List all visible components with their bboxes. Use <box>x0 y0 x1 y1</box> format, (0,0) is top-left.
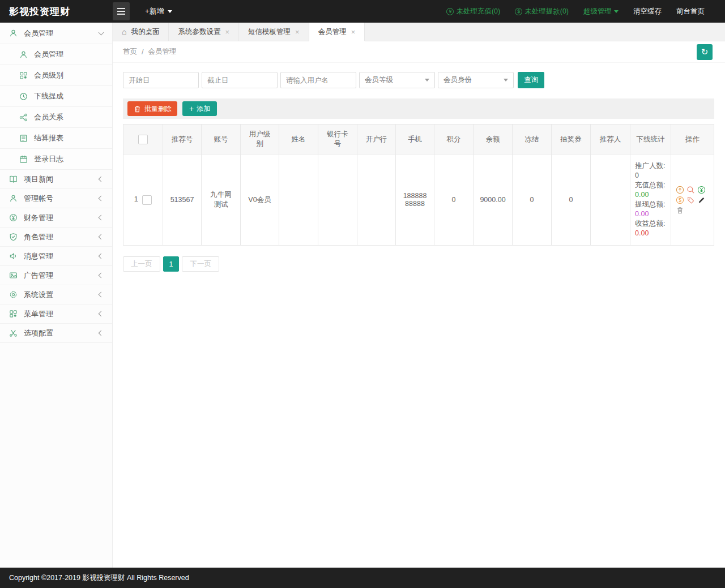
table-row: 1 513567 九牛网测试 V0会员 18888888888 0 9000.0… <box>123 154 714 246</box>
new-create-menu[interactable]: +新增 <box>145 0 172 23</box>
member-level-select[interactable]: 会员等级 <box>359 72 435 88</box>
calendar-icon <box>19 155 28 164</box>
cell-bank-card <box>318 154 357 246</box>
view-details-icon[interactable] <box>686 186 695 194</box>
grid-icon <box>9 310 18 318</box>
deduct-icon[interactable] <box>676 196 684 204</box>
chevron-left-icon <box>99 273 104 278</box>
breadcrumb-bar: 首页 / 会员管理 ↻ <box>113 41 725 63</box>
caret-down-icon <box>504 79 508 81</box>
close-icon[interactable]: × <box>225 28 229 36</box>
upgrade-icon[interactable] <box>676 186 684 194</box>
cell-user-level: V0会员 <box>241 154 279 246</box>
member-identity-select[interactable]: 会员身份 <box>438 72 514 88</box>
edit-icon[interactable] <box>697 196 706 204</box>
tab-my-desktop[interactable]: ⌂ 我的桌面 <box>113 23 169 41</box>
speaker-icon <box>9 252 18 260</box>
footer-bar: Copyright ©2017-2019 影视投资理财 All Rights R… <box>0 568 725 588</box>
copyright-text: Copyright ©2017-2019 影视投资理财 All Rights R… <box>9 573 189 583</box>
sidebar-item-system-settings[interactable]: 系统设置 <box>0 285 112 304</box>
chevron-left-icon <box>99 311 104 317</box>
sidebar-item-member-level[interactable]: 会员级别 <box>0 65 112 86</box>
cell-phone: 18888888888 <box>396 154 434 246</box>
user-icon <box>19 50 28 59</box>
sidebar-toggle-button[interactable] <box>113 2 130 20</box>
member-table-wrap: 推荐号 账号 用户级别 姓名 银行卡号 开户行 手机 积分 余额 冻结 抽奖券 … <box>123 124 714 246</box>
col-frozen: 冻结 <box>513 125 552 154</box>
sidebar-item-message-management[interactable]: 消息管理 <box>0 247 112 266</box>
breadcrumb-current: 会员管理 <box>148 47 176 57</box>
chevron-left-icon <box>99 331 104 336</box>
prev-page-button[interactable]: 上一页 <box>123 256 160 272</box>
sidebar-item-downline-commission[interactable]: 下线提成 <box>0 86 112 107</box>
gear-icon <box>9 290 18 299</box>
cell-actions <box>671 154 714 246</box>
delete-icon[interactable] <box>676 206 684 214</box>
sidebar-item-menu-management[interactable]: 菜单管理 <box>0 304 112 324</box>
col-actions: 操作 <box>671 125 714 154</box>
sidebar-group-member-management[interactable]: 会员管理 <box>0 23 112 44</box>
table-header-row: 推荐号 账号 用户级别 姓名 银行卡号 开户行 手机 积分 余额 冻结 抽奖券 … <box>123 125 714 154</box>
end-date-input[interactable] <box>202 72 278 88</box>
cell-bank <box>357 154 396 246</box>
chevron-left-icon <box>99 292 104 298</box>
scissors-icon <box>9 329 18 337</box>
close-icon[interactable]: × <box>351 28 356 36</box>
cell-downline-stats: 推广人数:0 充值总额:0.00 提现总额:0.00 收益总额:0.00 <box>630 154 671 246</box>
col-bank: 开户行 <box>357 125 396 154</box>
chevron-left-icon <box>99 177 104 182</box>
main-content: ⌂ 我的桌面 系统参数设置 × 短信模板管理 × 会员管理 × 首页 / 会员管… <box>113 23 725 568</box>
sidebar-item-settlement-report[interactable]: 结算报表 <box>0 128 112 149</box>
search-button[interactable]: 查询 <box>518 72 544 88</box>
sidebar-item-finance-management[interactable]: 财务管理 <box>0 208 112 228</box>
page-1-button[interactable]: 1 <box>163 256 180 272</box>
cell-balance: 9000.00 <box>474 154 513 246</box>
sidebar-item-admin-accounts[interactable]: 管理帐号 <box>0 189 112 208</box>
col-lottery: 抽奖券 <box>552 125 591 154</box>
report-icon <box>19 134 28 143</box>
breadcrumb-home[interactable]: 首页 <box>123 47 137 57</box>
tag-icon[interactable] <box>686 196 695 204</box>
username-input[interactable] <box>280 72 356 88</box>
pending-recharge-link[interactable]: ¥ 未处理充值(0) <box>446 7 500 16</box>
yen-circle-icon: ¥ <box>446 8 454 15</box>
member-table: 推荐号 账号 用户级别 姓名 银行卡号 开户行 手机 积分 余额 冻结 抽奖券 … <box>123 124 714 246</box>
sidebar-item-role-management[interactable]: 角色管理 <box>0 228 112 247</box>
tab-member-management[interactable]: 会员管理 × <box>309 23 365 41</box>
plus-icon: + <box>189 104 194 113</box>
front-home-link[interactable]: 前台首页 <box>676 7 705 16</box>
close-icon[interactable]: × <box>295 28 300 36</box>
chevron-left-icon <box>99 215 104 221</box>
sidebar-item-member-management[interactable]: 会员管理 <box>0 44 112 65</box>
caret-down-icon <box>614 10 619 13</box>
user-icon <box>9 194 18 203</box>
chevron-left-icon <box>99 234 104 240</box>
pending-withdraw-link[interactable]: $ 未处理提款(0) <box>515 7 569 16</box>
cell-account: 九牛网测试 <box>202 154 241 246</box>
clear-cache-link[interactable]: 清空缓存 <box>633 7 662 16</box>
admin-app: 影视投资理财 +新增 ¥ 未处理充值(0) $ 未处理提款(0) 超级管理 清空… <box>0 0 725 588</box>
col-referrer: 推荐人 <box>591 125 630 154</box>
super-admin-menu[interactable]: 超级管理 <box>583 7 619 16</box>
sidebar-item-ad-management[interactable]: 广告管理 <box>0 266 112 285</box>
tab-sms-template[interactable]: 短信模板管理 × <box>239 23 309 41</box>
col-downline-stats: 下线统计 <box>630 125 671 154</box>
add-button[interactable]: + 添加 <box>182 101 217 116</box>
sidebar-item-option-config[interactable]: 选项配置 <box>0 324 112 343</box>
recharge-icon[interactable] <box>697 186 706 194</box>
cell-referrer <box>591 154 630 246</box>
col-phone: 手机 <box>396 125 434 154</box>
sidebar-item-member-relation[interactable]: 会员关系 <box>0 107 112 128</box>
share-icon <box>19 113 28 122</box>
start-date-input[interactable] <box>123 72 199 88</box>
row-checkbox[interactable] <box>142 195 152 205</box>
next-page-button[interactable]: 下一页 <box>182 256 219 272</box>
sidebar-item-project-news[interactable]: 项目新闻 <box>0 170 112 189</box>
filter-row: 会员等级 会员身份 查询 <box>123 72 715 88</box>
refresh-button[interactable]: ↻ <box>697 44 713 60</box>
tab-system-params[interactable]: 系统参数设置 × <box>169 23 239 41</box>
shield-check-icon <box>9 233 18 241</box>
sidebar-item-login-log[interactable]: 登录日志 <box>0 149 112 170</box>
select-all-checkbox[interactable] <box>138 135 148 144</box>
batch-delete-button[interactable]: 批量删除 <box>127 101 177 116</box>
